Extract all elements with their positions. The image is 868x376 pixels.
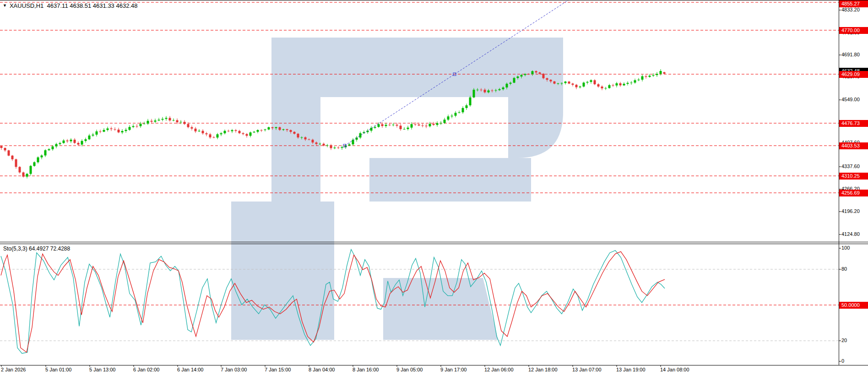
time-axis-label: 6 Jan 02:00 [133, 367, 160, 372]
time-axis-label: 9 Jan 17:00 [440, 367, 467, 372]
time-axis-label: 13 Jan 07:00 [572, 367, 602, 372]
high-value: 4638.51 [70, 2, 91, 9]
low-value: 4631.33 [93, 2, 114, 9]
price-tick-label: 4196.20 [841, 208, 860, 214]
sto-tick-label: 0 [841, 358, 844, 364]
time-axis-label: 7 Jan 15:00 [265, 367, 291, 372]
price-level-label: 4403.53 [839, 142, 868, 149]
price-level-label: 4855.27 [839, 0, 868, 7]
symbol-ohlc-title: ▼XAUUSD,H1 4637.11 4638.51 4631.33 4632.… [3, 2, 137, 9]
sto-name: Sto(5,3,3) [3, 245, 27, 252]
time-axis-label: 12 Jan 18:00 [528, 367, 558, 372]
time-axis-label: 9 Jan 05:00 [396, 367, 423, 372]
sto-tick-label: 100 [841, 245, 850, 251]
sto-tick-label: 20 [841, 338, 847, 343]
sto-main-value: 64.4927 [29, 245, 49, 252]
chart-canvas[interactable] [0, 0, 868, 376]
price-tick-label: 4337.60 [841, 163, 860, 169]
sto-signal-value: 72.4288 [50, 245, 70, 252]
price-level-label: 4629.09 [839, 71, 868, 78]
sto-tick-label: 80 [841, 266, 847, 272]
time-axis[interactable]: 2 Jan 20265 Jan 01:005 Jan 13:006 Jan 02… [0, 365, 868, 376]
trading-chart-window: ▼XAUUSD,H1 4637.11 4638.51 4631.33 4632.… [0, 0, 868, 376]
stochastic-indicator-label: Sto(5,3,3) 64.4927 72.4288 [3, 245, 70, 252]
open-value: 4637.11 [47, 2, 68, 9]
price-level-label: 4476.73 [839, 120, 868, 127]
time-axis-label: 8 Jan 16:00 [353, 367, 379, 372]
time-axis-label: 8 Jan 04:00 [309, 367, 335, 372]
price-tick-label: 4549.00 [841, 97, 860, 103]
time-axis-label: 7 Jan 03:00 [221, 367, 247, 372]
symbol-label: XAUUSD,H1 [10, 2, 43, 9]
time-axis-label: 12 Jan 06:00 [484, 367, 514, 372]
time-axis-label: 5 Jan 01:00 [45, 367, 72, 372]
price-level-label: 4310.25 [839, 173, 868, 180]
price-level-label: 4256.69 [839, 190, 868, 196]
sto-level-label: 50.0000 [839, 302, 868, 309]
chevron-down-icon[interactable]: ▼ [3, 3, 7, 8]
time-axis-label: 2 Jan 2026 [1, 367, 26, 372]
price-tick-label: 4124.80 [841, 231, 860, 237]
price-tick-label: 4691.80 [841, 52, 860, 58]
price-tick-label: 4833.20 [841, 7, 860, 13]
time-axis-label: 14 Jan 08:00 [660, 367, 689, 372]
close-value: 4632.48 [116, 2, 137, 9]
time-axis-label: 13 Jan 19:00 [616, 367, 646, 372]
time-axis-label: 5 Jan 13:00 [89, 367, 116, 372]
price-level-label: 4770.00 [839, 27, 868, 34]
time-axis-label: 6 Jan 14:00 [177, 367, 204, 372]
